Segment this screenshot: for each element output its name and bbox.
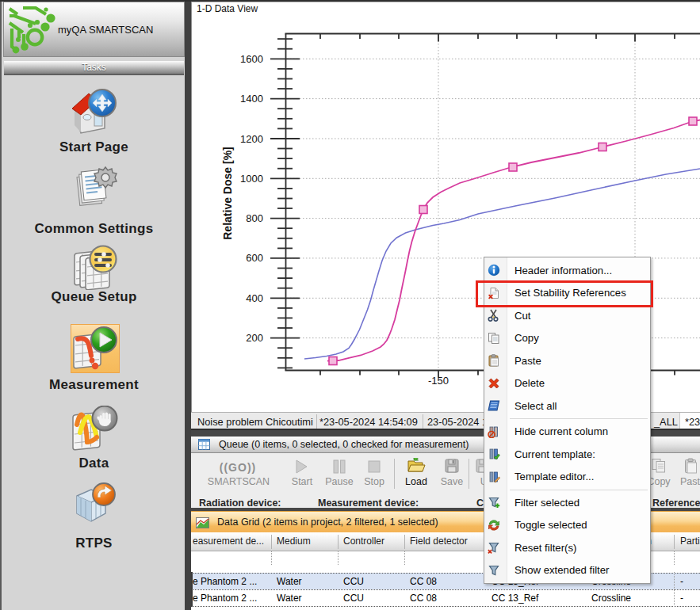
svg-text:800: 800: [246, 212, 263, 224]
svg-text:1000: 1000: [240, 173, 263, 185]
svg-text:400: 400: [246, 292, 263, 304]
svg-text:200: 200: [246, 332, 263, 344]
svg-text:1200: 1200: [240, 133, 263, 145]
svg-text:1400: 1400: [240, 93, 263, 105]
svg-text:1600: 1600: [240, 53, 263, 65]
svg-text:600: 600: [246, 252, 263, 264]
svg-text:-150: -150: [428, 375, 449, 387]
